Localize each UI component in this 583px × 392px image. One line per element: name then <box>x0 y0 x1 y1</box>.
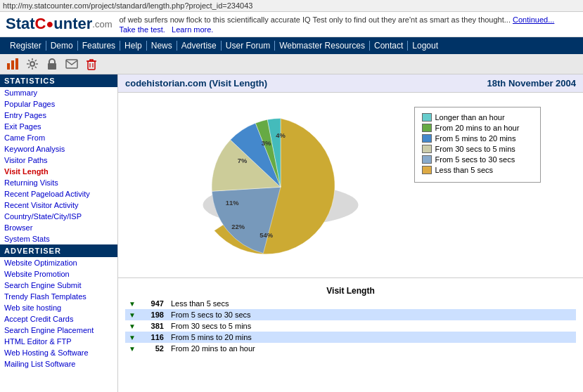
sidebar-item-recent-visitor[interactable]: Recent Visitor Activity <box>0 200 117 211</box>
main-layout: STATISTICS SummaryPopular PagesEntry Pag… <box>0 74 583 392</box>
svg-text:7%: 7% <box>237 158 247 165</box>
sidebar-item-visitor-paths[interactable]: Visitor Paths <box>0 155 117 166</box>
legend-color-box <box>422 134 432 143</box>
nav-item-advertise[interactable]: Advertise <box>177 41 222 51</box>
svg-text:22%: 22% <box>231 223 245 230</box>
banner-links: Take the test. Learn more. <box>120 25 578 34</box>
legend-label: From 30 secs to 5 mins <box>435 145 515 153</box>
sidebar-item-flash-templates[interactable]: Trendy Flash Templates <box>0 291 117 302</box>
row-label: From 30 secs to 5 mins <box>167 320 576 332</box>
sidebar-item-system-stats[interactable]: System Stats <box>0 233 117 244</box>
nav-item-news[interactable]: News <box>147 41 177 51</box>
stats-section-header: STATISTICS <box>0 74 117 87</box>
row-count: 116 <box>139 332 167 343</box>
table-row: ▼ 116 From 5 mins to 20 mins <box>125 332 576 343</box>
sidebar: STATISTICS SummaryPopular PagesEntry Pag… <box>0 74 118 392</box>
banner: StatC●unter.com of web surfers now flock… <box>0 12 583 37</box>
lock-icon[interactable] <box>45 57 59 71</box>
take-test-link[interactable]: Take the test. <box>120 25 165 34</box>
row-label: From 5 mins to 20 mins <box>167 332 576 343</box>
toolbar <box>0 54 583 74</box>
legend-item: Less than 5 secs <box>422 166 533 174</box>
nav-item-contact[interactable]: Contact <box>370 41 408 51</box>
sidebar-item-web-hosting-sw[interactable]: Web Hosting & Software <box>0 347 117 358</box>
nav-item-logout[interactable]: Logout <box>408 41 442 51</box>
row-arrow: ▼ <box>125 298 139 309</box>
sidebar-item-entry-pages[interactable]: Entry Pages <box>0 110 117 121</box>
settings-icon[interactable] <box>25 57 39 71</box>
legend-item: Longer than an hour <box>422 113 533 122</box>
svg-rect-2 <box>15 58 18 70</box>
legend-label: Less than 5 secs <box>435 166 494 174</box>
svg-point-3 <box>30 62 34 66</box>
sidebar-item-search-engine-submit[interactable]: Search Engine Submit <box>0 280 117 291</box>
nav-item-features[interactable]: Features <box>78 41 120 51</box>
chart-area: 54% 22% 11% 7% 3% 4% Longer than an hour… <box>118 93 583 278</box>
svg-text:54%: 54% <box>260 233 273 240</box>
sidebar-item-website-opt[interactable]: Website Optimization <box>0 257 117 268</box>
content-title: codehistorian.com (Visit Length) <box>125 78 267 89</box>
table-row: ▼ 198 From 5 secs to 30 secs <box>125 309 576 320</box>
legend-color-box <box>422 166 432 174</box>
nav-bar: RegisterDemoFeaturesHelpNewsAdvertiseUse… <box>0 37 583 54</box>
sidebar-item-mailing-list[interactable]: Mailing List Software <box>0 358 117 370</box>
pie-chart: 54% 22% 11% 7% 3% 4% <box>161 100 400 270</box>
sidebar-item-visit-length[interactable]: Visit Length <box>0 166 117 177</box>
banner-ad-text: of web surfers now flock to this scienti… <box>120 15 578 25</box>
svg-text:4%: 4% <box>276 132 286 139</box>
sidebar-item-keyword-analysis[interactable]: Keyword Analysis <box>0 143 117 155</box>
sidebar-item-summary[interactable]: Summary <box>0 87 117 98</box>
row-count: 198 <box>139 309 167 320</box>
delete-icon[interactable] <box>84 57 98 71</box>
nav-item-user-forum[interactable]: User Forum <box>222 41 275 51</box>
address-url: http://my.statcounter.com/project/standa… <box>3 1 252 10</box>
banner-continued-link[interactable]: Continued... <box>513 15 554 24</box>
legend-item: From 20 mins to an hour <box>422 124 533 132</box>
row-arrow: ▼ <box>125 332 139 343</box>
row-label: From 5 secs to 30 secs <box>167 309 576 320</box>
sidebar-item-country[interactable]: Country/State/City/ISP <box>0 211 117 222</box>
sidebar-item-exit-pages[interactable]: Exit Pages <box>0 121 117 132</box>
sidebar-item-recent-pageload[interactable]: Recent Pageload Activity <box>0 188 117 200</box>
row-label: Less than 5 secs <box>167 298 576 309</box>
content-area: codehistorian.com (Visit Length) 18th No… <box>118 74 583 392</box>
content-date: 18th November 2004 <box>487 78 576 89</box>
svg-rect-4 <box>48 63 56 70</box>
sidebar-item-html-editor[interactable]: HTML Editor & FTP <box>0 336 117 347</box>
row-count: 52 <box>139 343 167 354</box>
sidebar-item-website-promo[interactable]: Website Promotion <box>0 268 117 280</box>
table-row: ▼ 52 From 20 mins to an hour <box>125 343 576 354</box>
sidebar-item-came-from[interactable]: Came From <box>0 132 117 143</box>
table-row: ▼ 947 Less than 5 secs <box>125 298 576 309</box>
svg-rect-6 <box>88 61 95 70</box>
legend-label: From 5 secs to 30 secs <box>435 155 515 164</box>
chart-icon[interactable] <box>6 57 20 71</box>
svg-rect-1 <box>11 60 14 70</box>
nav-item-register[interactable]: Register <box>6 41 46 51</box>
row-arrow: ▼ <box>125 343 139 354</box>
legend-color-box <box>422 113 432 122</box>
advertiser-section-header: ADVERTISER <box>0 244 117 257</box>
legend-color-box <box>422 145 432 153</box>
email-icon[interactable] <box>65 57 79 71</box>
sidebar-item-browser[interactable]: Browser <box>0 222 117 233</box>
sidebar-item-search-placement[interactable]: Search Engine Placement <box>0 325 117 336</box>
legend-label: From 5 mins to 20 mins <box>435 134 516 143</box>
legend-item: From 5 mins to 20 mins <box>422 134 533 143</box>
nav-item-webmaster-resources[interactable]: Webmaster Resources <box>275 41 370 51</box>
content-header: codehistorian.com (Visit Length) 18th No… <box>118 74 583 93</box>
legend-label: From 20 mins to an hour <box>435 124 520 132</box>
sidebar-item-web-hosting[interactable]: Web site hosting <box>0 302 117 313</box>
legend-item: From 5 secs to 30 secs <box>422 155 533 164</box>
legend-color-box <box>422 155 432 164</box>
sidebar-item-returning-visits[interactable]: Returning Visits <box>0 177 117 188</box>
nav-item-help[interactable]: Help <box>120 41 147 51</box>
sidebar-item-credit-cards[interactable]: Accept Credit Cards <box>0 313 117 325</box>
chart-legend: Longer than an hourFrom 20 mins to an ho… <box>414 107 541 183</box>
nav-item-demo[interactable]: Demo <box>46 41 78 51</box>
learn-more-link[interactable]: Learn more. <box>172 25 213 34</box>
address-bar: http://my.statcounter.com/project/standa… <box>0 0 583 12</box>
svg-text:3%: 3% <box>261 140 271 147</box>
sidebar-item-popular-pages[interactable]: Popular Pages <box>0 98 117 110</box>
svg-rect-0 <box>7 63 10 70</box>
